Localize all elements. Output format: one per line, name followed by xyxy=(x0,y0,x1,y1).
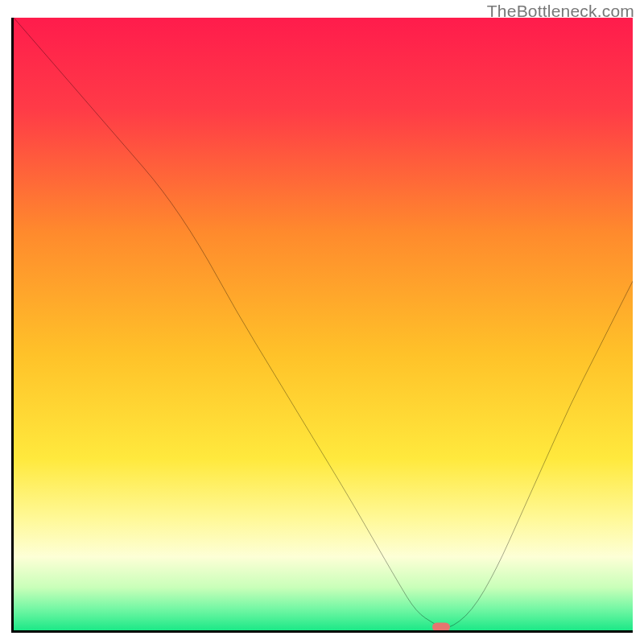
bottleneck-curve xyxy=(14,18,633,630)
plot-area xyxy=(11,18,633,633)
optimal-marker-icon xyxy=(432,623,450,632)
watermark-text: TheBottleneck.com xyxy=(487,2,634,21)
chart-canvas: TheBottleneck.com xyxy=(0,0,644,644)
